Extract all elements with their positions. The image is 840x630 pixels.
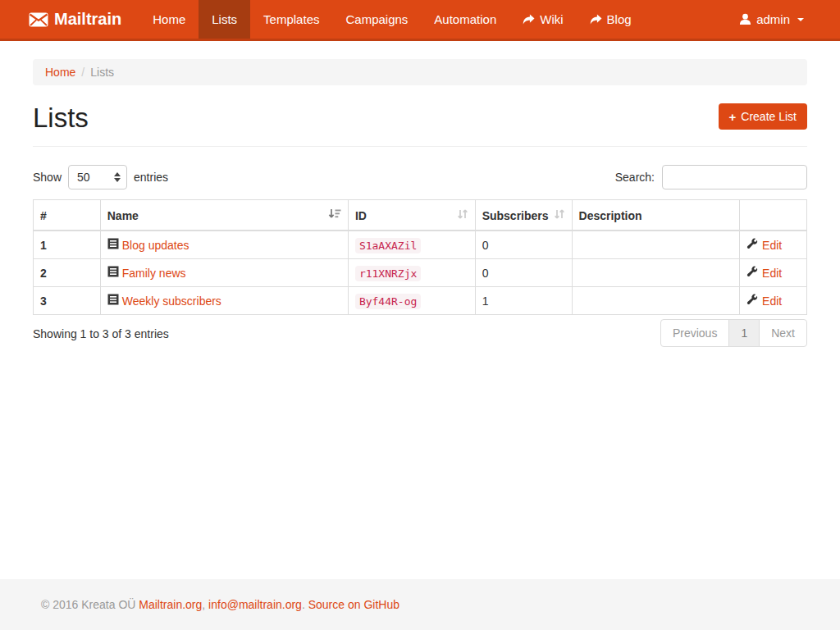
user-icon <box>739 13 751 25</box>
header-num: # <box>34 200 101 231</box>
nav-item-blog[interactable]: Blog <box>577 0 645 39</box>
edit-link[interactable]: Edit <box>746 266 782 280</box>
subscriber-count: 0 <box>475 231 572 259</box>
nav-item-campaigns[interactable]: Campaigns <box>332 0 421 39</box>
github-source-link[interactable]: Source on GitHub <box>308 598 399 611</box>
header-description: Description <box>572 200 740 231</box>
search-label: Search: <box>615 171 655 184</box>
list-link[interactable]: Blog updates <box>107 238 189 252</box>
lists-table: # Name ID <box>33 199 807 315</box>
nav-item-automation[interactable]: Automation <box>421 0 509 39</box>
breadcrumb-divider: / <box>81 66 84 79</box>
edit-link[interactable]: Edit <box>746 294 782 308</box>
previous-page-button[interactable]: Previous <box>660 319 729 347</box>
nav-item-lists[interactable]: Lists <box>199 0 250 39</box>
email-link[interactable]: info@mailtrain.org <box>208 598 302 611</box>
sort-desc-icon <box>328 208 341 222</box>
nav-item-home[interactable]: Home <box>139 0 199 39</box>
subscriber-count: 0 <box>475 259 572 287</box>
showing-entries-info: Showing 1 to 3 of 3 entries <box>33 319 169 340</box>
main-nav: Home Lists Templates Campaigns Automatio… <box>139 0 644 39</box>
list-alt-icon <box>107 294 119 308</box>
list-link[interactable]: Weekly subscribers <box>107 294 221 308</box>
list-alt-icon <box>107 266 119 280</box>
navbar: Mailtrain Home Lists Templates Campaigns… <box>0 0 840 41</box>
header-subscribers[interactable]: Subscribers <box>475 200 572 231</box>
list-link[interactable]: Family news <box>107 266 186 280</box>
header-id[interactable]: ID <box>348 200 475 231</box>
show-label: Show <box>33 171 62 184</box>
site-footer: © 2016 Kreata OÜ Mailtrain.org, info@mai… <box>0 579 840 630</box>
sort-icon <box>457 208 468 222</box>
user-name: admin <box>756 12 790 26</box>
envelope-icon <box>29 12 48 27</box>
forward-arrow-icon <box>523 14 535 25</box>
select-arrows-icon <box>114 172 121 182</box>
table-row: 1 Blog updates S1aAXAZil 0 Edit <box>34 231 807 259</box>
page-title: Lists <box>33 103 89 133</box>
entries-select[interactable]: 50 <box>68 165 127 189</box>
list-alt-icon <box>107 238 119 252</box>
nav-item-wiki[interactable]: Wiki <box>509 0 576 39</box>
subscriber-count: 1 <box>475 287 572 315</box>
forward-arrow-icon <box>590 14 602 25</box>
edit-link[interactable]: Edit <box>746 238 782 252</box>
copyright-text: © 2016 Kreata OÜ <box>41 598 135 611</box>
list-description <box>572 287 740 315</box>
row-num: 1 <box>34 231 101 259</box>
list-description <box>572 259 740 287</box>
breadcrumb-current: Lists <box>90 66 114 79</box>
list-id: Byf44R-og <box>355 294 421 309</box>
header-actions <box>740 200 807 231</box>
list-description <box>572 231 740 259</box>
wrench-icon <box>746 294 758 308</box>
table-header-row: # Name ID <box>34 200 807 231</box>
pagination: Previous 1 Next <box>660 319 807 347</box>
create-list-button[interactable]: + Create List <box>719 103 807 130</box>
chevron-down-icon <box>797 18 804 21</box>
next-page-button[interactable]: Next <box>759 319 807 347</box>
search-input[interactable] <box>662 165 807 189</box>
sort-icon <box>554 208 565 222</box>
breadcrumb-home-link[interactable]: Home <box>45 66 75 79</box>
entries-label: entries <box>134 171 168 184</box>
user-menu[interactable]: admin <box>726 0 817 39</box>
table-row: 2 Family news r11XNRZjx 0 Edit <box>34 259 807 287</box>
row-num: 2 <box>34 259 101 287</box>
table-row: 3 Weekly subscribers Byf44R-og 1 Edit <box>34 287 807 315</box>
row-num: 3 <box>34 287 101 315</box>
mailtrain-org-link[interactable]: Mailtrain.org <box>139 598 202 611</box>
brand[interactable]: Mailtrain <box>29 0 139 39</box>
entries-select-value: 50 <box>77 171 90 184</box>
brand-label: Mailtrain <box>54 10 121 29</box>
header-divider <box>33 146 807 147</box>
wrench-icon <box>746 266 758 280</box>
list-id: r11XNRZjx <box>355 266 421 281</box>
header-name[interactable]: Name <box>100 200 348 231</box>
wrench-icon <box>746 238 758 252</box>
list-id: S1aAXAZil <box>355 238 421 253</box>
page-number-button[interactable]: 1 <box>728 319 760 347</box>
nav-item-templates[interactable]: Templates <box>250 0 332 39</box>
plus-icon: + <box>729 111 737 123</box>
breadcrumb: Home/Lists <box>33 59 807 85</box>
